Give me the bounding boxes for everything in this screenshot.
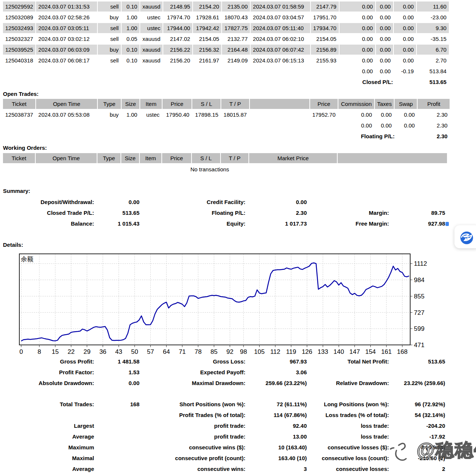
table-cell: 2154.05 bbox=[193, 34, 221, 44]
table-cell: 0.00 bbox=[376, 66, 393, 76]
chat-widget-button[interactable] bbox=[454, 225, 476, 248]
x-tick-label: 98 bbox=[240, 348, 247, 355]
stat-label: Deposit/Withdrawal: bbox=[3, 197, 94, 207]
table-cell: 0.00 bbox=[340, 12, 375, 22]
open-trades-table: TicketOpen TimeTypeSizeItemPriceS / LT /… bbox=[2, 98, 450, 142]
stat-value: 927.98 bbox=[389, 218, 445, 229]
x-tick-label: 29 bbox=[83, 348, 90, 355]
x-tick-label: 140 bbox=[334, 348, 344, 355]
table-cell: 2024.03.07 06:15:13 bbox=[251, 55, 310, 65]
x-tick-label: 168 bbox=[397, 348, 408, 355]
table-cell: 125039525 bbox=[3, 45, 35, 55]
table-cell: sell bbox=[98, 34, 121, 44]
stat-label: Closed Trade P/L: bbox=[3, 207, 94, 218]
table-cell: -35.15 bbox=[417, 34, 449, 44]
table-cell: 2024.03.07 06:03:09 bbox=[36, 45, 97, 55]
x-tick-label: 78 bbox=[194, 348, 202, 355]
x-tick-label: 50 bbox=[131, 348, 138, 355]
stat-value: 4 (-75.38) bbox=[389, 442, 445, 453]
table-cell: sell bbox=[98, 1, 121, 12]
table-cell: 0.00 bbox=[375, 110, 394, 120]
table-cell: 0.00 bbox=[340, 55, 375, 65]
stat-label: Total Trades: bbox=[3, 399, 94, 410]
stat-label: loss trade: bbox=[307, 420, 389, 431]
stat-value: -17.92 bbox=[389, 431, 445, 442]
stat-value bbox=[94, 463, 139, 474]
totals-row: 0.000.000.002.30 bbox=[3, 120, 450, 130]
pl-row: Floating P/L:2.30 bbox=[3, 131, 450, 141]
y-tick-label: 727 bbox=[414, 309, 424, 316]
y-tick-label: 471 bbox=[414, 342, 424, 349]
table-cell: 2156.22 bbox=[163, 45, 192, 55]
table-row: 1250320892024.03.07 02:58:26buy1.00ustec… bbox=[3, 12, 449, 22]
x-tick-label: 64 bbox=[163, 348, 170, 355]
x-tick-label: 154 bbox=[365, 348, 376, 355]
x-tick-label: 43 bbox=[115, 348, 122, 355]
x-tick-label: 147 bbox=[350, 348, 360, 355]
table-cell: 0.00 bbox=[340, 66, 375, 76]
stat-label: Maximal bbox=[3, 453, 94, 463]
table-row: 1250395252024.03.07 06:03:09buy0.10xauus… bbox=[3, 45, 449, 55]
side-tab-handle[interactable] bbox=[446, 222, 449, 226]
column-header bbox=[250, 99, 309, 109]
x-tick-label: 85 bbox=[210, 348, 218, 355]
stat-value: 1.53 bbox=[94, 367, 139, 378]
stat-value bbox=[389, 197, 445, 207]
column-header-market-price: Market Price bbox=[249, 153, 337, 163]
x-tick-label: 105 bbox=[254, 348, 264, 355]
stat-value: 0.00 bbox=[245, 197, 307, 207]
x-tick-label: 126 bbox=[302, 348, 312, 355]
pl-value: 2.30 bbox=[418, 131, 450, 141]
table-cell: 17942.42 bbox=[193, 23, 221, 33]
stat-label: Equity: bbox=[139, 218, 245, 229]
stat-label: Short Positions (won %): bbox=[139, 399, 245, 410]
stat-value: 89.75 bbox=[389, 207, 445, 218]
table-cell: 0.00 bbox=[376, 1, 393, 12]
column-header: T / P bbox=[221, 153, 248, 163]
table-cell: 0.00 bbox=[340, 1, 375, 12]
table-cell: 2154.05 bbox=[311, 34, 339, 44]
stat-value bbox=[94, 442, 139, 453]
column-header: Profit bbox=[418, 99, 450, 109]
stat-label: Average bbox=[3, 463, 94, 474]
table-cell: 2024.03.07 01:31:53 bbox=[36, 1, 97, 12]
table-cell: 17950.40 bbox=[163, 110, 192, 120]
table-cell: 2148.95 bbox=[163, 1, 192, 12]
table-cell: 2.70 bbox=[417, 55, 449, 65]
table-cell: 2.30 bbox=[418, 110, 450, 120]
details-heading: Details: bbox=[3, 242, 23, 248]
x-tick-label: 57 bbox=[147, 348, 154, 355]
table-cell: 17944.00 bbox=[163, 23, 192, 33]
summary-grid: Deposit/Withdrawal:0.00Credit Facility:0… bbox=[3, 197, 448, 229]
table-cell bbox=[338, 153, 447, 163]
stat-label: consecutive loss (count): bbox=[307, 453, 389, 463]
working-orders-table: TicketOpen TimeTypeSizeItemPriceS / LT /… bbox=[2, 152, 448, 164]
stat-value: 10 (163.40) bbox=[245, 442, 307, 453]
stat-label: consecutive wins: bbox=[139, 463, 245, 474]
y-tick-label: 984 bbox=[414, 277, 424, 284]
table-cell: 0.00 bbox=[394, 1, 416, 12]
header-row: TicketOpen TimeTypeSizeItemPriceS / LT /… bbox=[3, 153, 447, 163]
table-cell: xauusd bbox=[140, 55, 163, 65]
stat-label: Balance: bbox=[3, 218, 94, 229]
table-cell: 6.70 bbox=[417, 45, 449, 55]
table-cell: 125029592 bbox=[3, 1, 35, 12]
stat-label: Floating P/L: bbox=[139, 207, 245, 218]
pl-label: Closed P/L: bbox=[340, 77, 416, 87]
column-header: Open Time bbox=[36, 153, 97, 163]
stat-label: Gross Loss: bbox=[139, 356, 245, 367]
table-cell: 2024.03.07 06:02:10 bbox=[251, 34, 310, 44]
stat-value: 967.93 bbox=[245, 356, 307, 367]
x-tick-label: 92 bbox=[226, 348, 234, 355]
stat-label: consecutive losses ($): bbox=[307, 442, 389, 453]
table-cell: 2024.03.07 03:05:11 bbox=[36, 23, 97, 33]
table-cell: 11.60 bbox=[417, 1, 449, 12]
stat-label: Expected Payoff: bbox=[139, 367, 245, 378]
table-cell: 2156.20 bbox=[163, 55, 192, 65]
chat-logo-icon bbox=[460, 231, 474, 245]
table-cell: xauusd bbox=[140, 45, 163, 55]
table-cell: 2024.03.07 06:08:17 bbox=[36, 55, 97, 65]
stat-value: 96 (72.92%) bbox=[389, 399, 445, 410]
column-header: Size bbox=[122, 99, 139, 109]
stat-label: consecutive profit (count): bbox=[139, 453, 245, 463]
